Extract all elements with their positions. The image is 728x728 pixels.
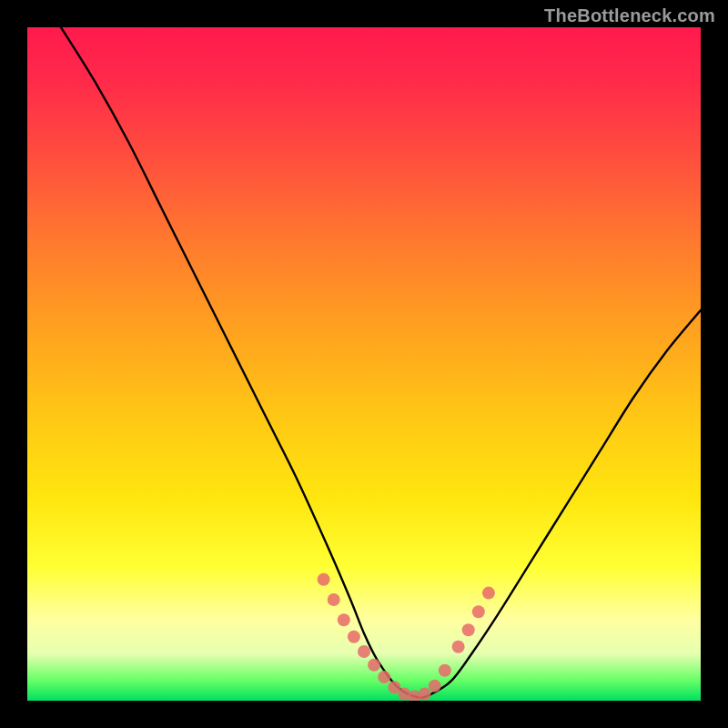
- marker-dot: [472, 605, 485, 618]
- marker-dot: [318, 573, 330, 586]
- marker-dot: [419, 688, 431, 701]
- marker-dot: [358, 645, 370, 658]
- marker-dot: [429, 680, 441, 693]
- curve-layer: [61, 27, 701, 698]
- watermark-text: TheBottleneck.com: [544, 5, 715, 26]
- marker-dot: [439, 664, 451, 677]
- marker-dot: [348, 631, 360, 643]
- marker-dot: [338, 613, 350, 626]
- marker-dot: [328, 593, 340, 606]
- plot-area: [27, 27, 701, 701]
- marker-dot: [378, 671, 390, 683]
- marker-dot: [368, 659, 380, 672]
- marker-dot: [462, 623, 475, 636]
- marker-dot: [452, 641, 465, 653]
- bottleneck-curve: [61, 27, 701, 698]
- bottleneck-curve-svg: [27, 27, 701, 701]
- chart-frame: TheBottleneck.com: [0, 0, 728, 728]
- low-bottleneck-markers: [318, 573, 495, 701]
- marker-dot: [482, 587, 495, 600]
